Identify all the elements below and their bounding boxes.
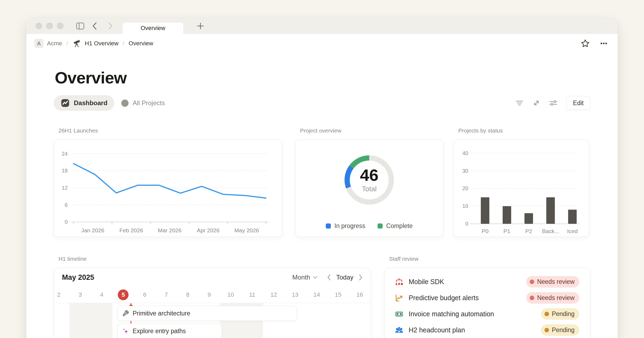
svg-text:24: 24 (62, 151, 68, 157)
launches-line-chart: 06121824Jan 2026Feb 2026Mar 2026Apr 2026… (54, 140, 282, 237)
view-tab-all-projects[interactable]: All Projects (114, 95, 172, 111)
status-badge[interactable]: Needs review (526, 276, 579, 288)
svg-text:0: 0 (465, 221, 468, 227)
filter-icon[interactable] (515, 98, 524, 108)
timeline-day: 16 (356, 291, 363, 298)
widget-label-by-status: Projects by status (458, 127, 589, 134)
breadcrumb-parent[interactable]: H1 Overview (85, 40, 119, 47)
sliders-icon[interactable] (548, 98, 558, 108)
timeline-day-today: 5 (118, 289, 129, 300)
widget-label-launches: 26H1 Launches (58, 127, 282, 134)
window-minimize-button[interactable] (46, 23, 53, 29)
timeline-next-icon[interactable] (359, 274, 363, 281)
new-tab-icon[interactable] (195, 21, 206, 31)
svg-text:Iced: Iced (567, 228, 577, 234)
staff-review-row[interactable]: H2 headcount planPending (385, 322, 590, 338)
donut-total-value: 46 (360, 167, 379, 183)
timeline-day: 2 (57, 291, 60, 298)
svg-text:18: 18 (62, 168, 68, 174)
app-window: Overview A Acme / H1 Overview / Overview… (26, 18, 618, 338)
wrench-icon (122, 310, 129, 317)
staff-review-row[interactable]: Predictive budget alertsNeeds review (385, 290, 590, 306)
staff-review-card: Mobile SDKNeeds reviewPredictive budget … (384, 268, 590, 338)
svg-text:12: 12 (62, 185, 68, 191)
trend-up-icon (395, 293, 404, 302)
window-close-button[interactable] (35, 23, 42, 29)
window-zoom-button[interactable] (57, 23, 64, 29)
breadcrumb: A Acme / H1 Overview / Overview (26, 34, 618, 53)
timeline-day: 3 (79, 291, 82, 298)
legend-item: In progress (326, 222, 365, 230)
timeline-prev-icon[interactable] (327, 274, 331, 281)
workspace-avatar[interactable]: A (34, 39, 43, 48)
staff-review-row[interactable]: Mobile SDKNeeds review (385, 274, 590, 290)
svg-text:P1: P1 (503, 228, 510, 234)
people-icon (395, 326, 404, 335)
timeline-date-row: 2345678910111213141516 (54, 287, 371, 303)
timeline-day: 14 (313, 291, 320, 298)
status-dot-icon (530, 296, 534, 300)
svg-text:20: 20 (462, 185, 468, 191)
svg-text:Back...: Back... (542, 228, 559, 234)
timeline-today-button[interactable]: Today (336, 274, 353, 281)
view-tab-dashboard[interactable]: Dashboard (54, 95, 114, 111)
svg-text:Mar 2026: Mar 2026 (158, 227, 181, 233)
svg-text:6: 6 (65, 202, 68, 208)
view-tab-label: All Projects (133, 99, 165, 107)
page-content: Overview Dashboard All Projects (26, 68, 618, 338)
weekend-band (69, 303, 112, 338)
widget-label-project-overview: Project overview (300, 127, 443, 134)
svg-text:Apr 2026: Apr 2026 (197, 227, 220, 233)
view-tab-label: Dashboard (74, 99, 107, 107)
timeline-day: 8 (186, 291, 189, 298)
project-overview-donut: 46 Total (345, 155, 394, 205)
timeline-day: 10 (228, 291, 234, 298)
staff-review-list: Mobile SDKNeeds reviewPredictive budget … (385, 268, 590, 338)
status-dot-icon (544, 328, 549, 332)
circle-icon (121, 100, 129, 107)
status-badge[interactable]: Pending (541, 324, 579, 336)
breadcrumb-workspace[interactable]: Acme (47, 40, 62, 47)
status-dot-icon (544, 312, 549, 316)
edit-button[interactable]: Edit (566, 96, 590, 110)
staff-item-label: Invoice matching automation (409, 310, 536, 318)
timeline-month-title: May 2025 (62, 273, 94, 282)
status-badge[interactable]: Needs review (526, 292, 579, 304)
by-status-bar-chart: 010203040P0P1P2Back...Iced (454, 140, 589, 237)
status-label: Needs review (537, 294, 575, 302)
legend-item: Complete (378, 222, 412, 230)
timeline-view-selector[interactable]: Month (292, 274, 318, 281)
timeline-day: 7 (164, 291, 168, 298)
staff-item-label: Predictive budget alerts (409, 294, 521, 302)
legend-swatch (326, 223, 331, 229)
timeline-body: Primitive architectureExplore entry path… (54, 303, 371, 338)
timeline-item[interactable]: Primitive architecture (117, 306, 297, 321)
timeline-day: 11 (249, 291, 255, 298)
timeline-day: 15 (335, 291, 341, 298)
status-badge[interactable]: Pending (541, 308, 579, 320)
tab-overview[interactable]: Overview (123, 23, 183, 34)
staff-review-row[interactable]: Invoice matching automationPending (385, 306, 590, 322)
sidebar-toggle-icon[interactable] (75, 21, 86, 31)
page-title: Overview (55, 68, 590, 87)
timeline-day: 6 (143, 291, 146, 298)
breadcrumb-current[interactable]: Overview (129, 40, 153, 47)
favorite-star-icon[interactable] (579, 38, 591, 49)
widget-label-staff-review: Staff review (389, 256, 590, 262)
expand-icon[interactable] (532, 98, 541, 108)
status-label: Needs review (537, 278, 575, 285)
forward-icon[interactable] (105, 21, 116, 31)
legend-label: Complete (386, 222, 412, 230)
timeline-item[interactable]: Explore entry paths (117, 324, 222, 338)
project-overview-donut-card: 46 Total In progressComplete (295, 139, 443, 237)
status-label: Pending (552, 326, 575, 334)
back-icon[interactable] (89, 21, 100, 31)
launches-line-chart-card: 06121824Jan 2026Feb 2026Mar 2026Apr 2026… (54, 139, 282, 237)
widget-label-timeline: H1 timeline (58, 256, 371, 262)
svg-text:P2: P2 (525, 228, 532, 234)
svg-text:40: 40 (462, 150, 468, 156)
more-options-icon[interactable] (598, 38, 610, 49)
breadcrumb-separator: / (65, 41, 69, 47)
staff-item-label: H2 headcount plan (409, 326, 536, 334)
legend-label: In progress (334, 222, 365, 230)
